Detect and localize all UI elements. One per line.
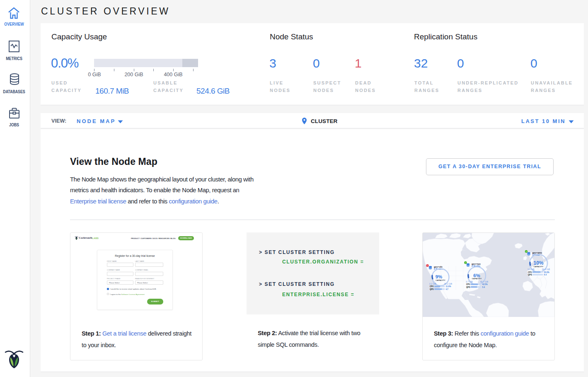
svg-text:10%: 10% <box>533 260 543 266</box>
svg-text:QPS: QPS <box>430 288 434 290</box>
svg-text:✓: ✓ <box>465 262 467 264</box>
svg-text:6%: 6% <box>473 273 480 278</box>
svg-text:4.7: 4.7 <box>446 288 449 290</box>
svg-text:!: ! <box>427 265 428 267</box>
svg-text:4.4: 4.4 <box>544 274 547 276</box>
svg-text:34.4 GiB: 34.4 GiB <box>542 268 550 271</box>
svg-text:CAPACITY: CAPACITY <box>436 279 445 281</box>
svg-text:CPU: CPU <box>430 285 434 288</box>
svg-text:CAPACITY: CAPACITY <box>472 278 482 280</box>
svg-text:42.5%: 42.5% <box>482 283 488 285</box>
svg-text:✓: ✓ <box>525 251 527 253</box>
svg-text:CAPACITY: CAPACITY <box>534 266 544 268</box>
svg-text:9%: 9% <box>436 274 443 279</box>
svg-text:11.0%: 11.0% <box>446 285 451 288</box>
svg-text:3.7 GiB: 3.7 GiB <box>466 280 473 283</box>
svg-text:QPS: QPS <box>528 274 532 276</box>
svg-text:3.6 GiB: 3.6 GiB <box>528 268 535 271</box>
svg-text:53.3%: 53.3% <box>544 271 549 273</box>
svg-text:CPU: CPU <box>528 271 532 273</box>
svg-text:5.0: 5.0 <box>482 286 485 288</box>
svg-text:35.1 GiB: 35.1 GiB <box>444 283 452 285</box>
svg-text:45.7 GiB: 45.7 GiB <box>480 280 489 283</box>
svg-text:3.2 GiB: 3.2 GiB <box>429 283 436 285</box>
svg-text:QPS: QPS <box>466 286 470 288</box>
svg-text:CPU: CPU <box>466 283 470 285</box>
